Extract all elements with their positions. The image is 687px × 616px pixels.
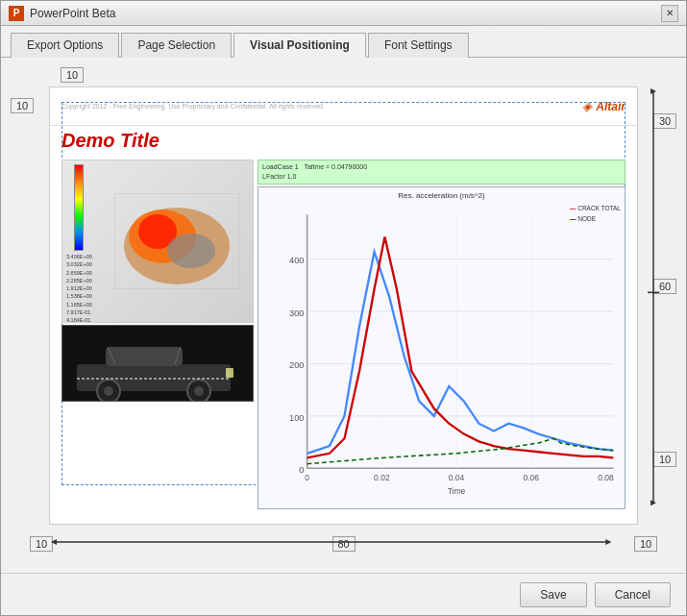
svg-text:0: 0: [299, 465, 304, 475]
colorbar: 3.406E+00 3.032E+00 2.659E+00 2.285E+00 …: [66, 164, 92, 323]
title-bar-left: P PowerPoint Beta: [9, 6, 115, 21]
close-button[interactable]: ✕: [661, 5, 678, 22]
bottom-arrow-indicator: [49, 530, 638, 554]
svg-text:Time: Time: [448, 485, 466, 495]
slide-chart-label: LoadCase 1 Tafime = 0.04790000 LFactor 1…: [258, 160, 626, 185]
altair-logo-text: Altair: [596, 100, 626, 113]
slide-wrapper: Copyright 2012 - Free Engineering. Use P…: [49, 86, 638, 525]
svg-text:400: 400: [289, 256, 305, 265]
measure-top[interactable]: 10: [61, 67, 84, 83]
tab-visual-positioning[interactable]: Visual Positioning: [233, 33, 366, 58]
cancel-button[interactable]: Cancel: [595, 582, 671, 607]
chart-title: Res. acceleration (m/s^2): [262, 191, 621, 200]
save-button[interactable]: Save: [520, 582, 586, 607]
fea-model-container: [110, 184, 244, 299]
right-arrow-indicator: [640, 86, 667, 525]
slide-title: Demo Title: [50, 126, 637, 156]
footer: Save Cancel: [1, 573, 686, 615]
altair-logo: ◈ Altair: [582, 99, 626, 113]
colorbar-strip: [74, 164, 84, 251]
svg-rect-10: [106, 347, 183, 366]
fea-model-svg: [114, 193, 239, 289]
slide-left-panel: 3.406E+00 3.032E+00 2.659E+00 2.285E+00 …: [61, 160, 254, 482]
slide-body: 3.406E+00 3.032E+00 2.659E+00 2.285E+00 …: [50, 156, 637, 486]
colorbar-labels: 3.406E+00 3.032E+00 2.659E+00 2.285E+00 …: [66, 253, 92, 323]
tab-font-settings[interactable]: Font Settings: [368, 33, 469, 58]
tab-page-selection[interactable]: Page Selection: [121, 33, 232, 58]
tab-export-options[interactable]: Export Options: [11, 33, 119, 58]
svg-point-16: [194, 386, 204, 396]
svg-text:0: 0: [305, 472, 309, 481]
car-svg: [62, 326, 253, 401]
car-image: [61, 325, 254, 402]
tab-bar: Export Options Page Selection Visual Pos…: [1, 26, 686, 58]
fea-image: 3.406E+00 3.032E+00 2.659E+00 2.285E+00 …: [61, 160, 254, 323]
window-title: PowerPoint Beta: [30, 7, 115, 20]
altair-logo-symbol: ◈: [582, 99, 592, 113]
main-window: P PowerPoint Beta ✕ Export Options Page …: [0, 0, 687, 616]
svg-text:0.02: 0.02: [374, 472, 390, 481]
chart-svg: 0 100 200 300 400 0 0.02 0.04 0.06: [262, 202, 621, 496]
chart-area: Res. acceleration (m/s^2) — CRACK TOTAL …: [258, 186, 626, 509]
slide: Copyright 2012 - Free Engineering. Use P…: [49, 86, 638, 525]
svg-rect-18: [226, 368, 233, 378]
main-content: 10 10 30 60 10 10 80 10: [1, 58, 686, 573]
svg-text:0.04: 0.04: [449, 472, 465, 481]
svg-point-14: [104, 386, 113, 396]
slide-right-panel: LoadCase 1 Tafime = 0.04790000 LFactor 1…: [258, 160, 626, 482]
svg-text:100: 100: [289, 412, 305, 422]
canvas-area: 10 10 30 60 10 10 80 10: [11, 67, 676, 563]
svg-text:200: 200: [289, 360, 305, 370]
chart-legend: — CRACK TOTAL — NODE: [570, 203, 621, 225]
app-icon: P: [9, 6, 24, 21]
svg-point-6: [167, 234, 215, 268]
slide-header: Copyright 2012 - Free Engineering. Use P…: [50, 87, 637, 126]
title-bar: P PowerPoint Beta ✕: [1, 1, 686, 26]
measure-left[interactable]: 10: [11, 98, 34, 113]
svg-text:0.06: 0.06: [523, 472, 539, 481]
svg-text:300: 300: [289, 308, 305, 317]
svg-text:0.08: 0.08: [598, 472, 614, 481]
slide-copyright-text: Copyright 2012 - Free Engineering. Use P…: [61, 103, 325, 110]
